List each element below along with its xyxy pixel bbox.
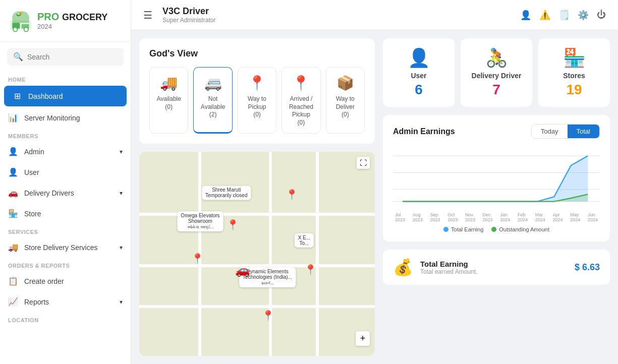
logo-icon — [8, 8, 33, 33]
road-h2 — [139, 264, 375, 267]
map-container[interactable]: Shree MarutiTemporarily closed 📍 📍 Omega… — [139, 152, 375, 356]
section-home: HOME — [0, 72, 131, 85]
stores-stat-icon: 🏪 — [563, 47, 586, 69]
legend-total-label: Total Earning — [451, 226, 483, 232]
chevron-down-icon: ▾ — [120, 244, 123, 251]
sidebar-item-label: Server Monitoring — [24, 114, 80, 122]
user-icon: 👤 — [8, 167, 18, 177]
user-stat-icon: 👤 — [408, 47, 430, 69]
svg-point-4 — [24, 27, 28, 31]
arrived-count: (0) — [298, 119, 305, 126]
map-label-5: X E...To... — [295, 233, 314, 248]
zoom-in-button[interactable]: + — [356, 331, 370, 346]
road-v2 — [269, 152, 272, 356]
map-pin-1: Shree MarutiTemporarily closed 📍 — [227, 203, 239, 231]
sidebar-item-delivery-drivers[interactable]: 🚗 Delivery Drivers ▾ — [0, 183, 131, 203]
map-background: Shree MarutiTemporarily closed 📍 📍 Omega… — [139, 152, 375, 356]
logo: PRO GROCERY 2024 — [0, 0, 131, 42]
map-pin-5: X E...To... 📍 — [304, 250, 317, 276]
sidebar-item-create-order[interactable]: 📋 Create order — [0, 271, 131, 291]
user-stat-value: 6 — [415, 82, 423, 98]
stats-row: 👤 User 6 🚴 Delivery Driver 7 🏪 Stores 19 — [383, 38, 610, 107]
sidebar-item-label: Dashboard — [28, 92, 63, 100]
gods-view-way-to-pickup[interactable]: 📍 Way to Pickup (0) — [238, 67, 276, 134]
earnings-card: Admin Earnings Today Total — [383, 115, 610, 241]
server-monitoring-icon: 📊 — [8, 113, 18, 123]
earnings-tabs: Today Total — [531, 124, 600, 139]
logo-name: PRO GROCERY — [37, 11, 107, 23]
map-pin-4: Dynamic ElementsTechnologies (India)...ડ… — [262, 290, 274, 322]
earning-icon: 💰 — [393, 258, 413, 277]
earning-subtitle: Total earned Amount. — [420, 268, 568, 275]
not-available-count: (2) — [209, 111, 217, 118]
total-earning-card: 💰 Total Earning Total earned Amount. $ 6… — [383, 250, 610, 285]
legend-outstanding-label: Outstanding Amount — [499, 226, 549, 232]
driver-stat-icon: 🚴 — [485, 47, 508, 69]
tab-today[interactable]: Today — [532, 125, 568, 138]
way-to-pickup-label: Way to Pickup — [242, 95, 272, 111]
reports-icon: 📈 — [8, 297, 18, 307]
sidebar-item-dashboard[interactable]: ⊞ Dashboard — [4, 86, 127, 106]
main: ☰ V3C Driver Super Administrator 👤 ⚠️ 🗒️… — [131, 0, 618, 364]
search-icon: 🔍 — [13, 52, 23, 62]
menu-icon[interactable]: ☰ — [143, 9, 152, 21]
sidebar-item-reports[interactable]: 📈 Reports ▾ — [0, 291, 131, 312]
search-box[interactable]: 🔍 — [7, 48, 124, 66]
dashboard-icon: ⊞ — [12, 91, 22, 101]
page-subtitle: Super Administrator — [162, 17, 514, 24]
legend-total-dot — [443, 227, 448, 232]
road-h1 — [139, 213, 375, 216]
legend-outstanding: Outstanding Amount — [491, 226, 549, 232]
stat-stores: 🏪 Stores 19 — [538, 38, 610, 107]
gods-view-way-to-deliver[interactable]: 📦 Way to Deliver (0) — [326, 67, 365, 134]
earnings-header: Admin Earnings Today Total — [393, 124, 600, 139]
gods-view-title: God's View — [149, 48, 365, 59]
not-available-label: Not Available — [198, 95, 228, 111]
logo-year: 2024 — [37, 23, 107, 30]
chevron-down-icon: ▾ — [120, 148, 123, 155]
sidebar-item-user[interactable]: 👤 User — [0, 162, 131, 183]
content-area: God's View 🚚 Available (0) 🚐 Not Availab… — [131, 30, 618, 364]
sidebar-item-store-delivery[interactable]: 🚚 Store Delivery Services ▾ — [0, 237, 131, 258]
way-to-deliver-icon: 📦 — [336, 75, 354, 91]
legend-outstanding-dot — [491, 227, 496, 232]
admin-icon: 👤 — [8, 147, 18, 156]
sidebar-item-label: Create order — [24, 277, 64, 285]
power-icon[interactable]: ⏻ — [597, 10, 606, 20]
arrived-label: Arrived / Reached Pickup — [286, 95, 316, 119]
alert-icon[interactable]: ⚠️ — [539, 10, 550, 21]
map-pin-2: 📍 — [286, 189, 298, 201]
gods-view-arrived[interactable]: 📍 Arrived / Reached Pickup (0) — [282, 67, 320, 134]
map-label-1: Shree MarutiTemporarily closed — [202, 186, 251, 200]
way-to-pickup-icon: 📍 — [248, 75, 266, 91]
profile-icon[interactable]: 👤 — [520, 10, 531, 21]
available-label: Available — [156, 95, 181, 103]
sidebar-item-admin[interactable]: 👤 Admin ▾ — [0, 141, 131, 162]
logo-text: PRO GROCERY 2024 — [37, 11, 107, 30]
legend-total: Total Earning — [443, 226, 483, 232]
left-panel: God's View 🚚 Available (0) 🚐 Not Availab… — [139, 38, 375, 356]
fullscreen-button[interactable]: ⛶ — [357, 157, 370, 169]
available-icon: 🚚 — [160, 75, 178, 91]
tab-total[interactable]: Total — [568, 125, 599, 138]
topbar: ☰ V3C Driver Super Administrator 👤 ⚠️ 🗒️… — [131, 0, 618, 30]
settings-icon[interactable]: ⚙️ — [578, 10, 589, 21]
delivery-icon: 🚚 — [8, 242, 18, 252]
chevron-down-icon: ▾ — [120, 298, 123, 306]
user-stat-label: User — [411, 72, 426, 80]
stat-driver: 🚴 Delivery Driver 7 — [461, 38, 532, 107]
gods-view-not-available[interactable]: 🚐 Not Available (2) — [193, 67, 232, 134]
sidebar-item-label: Store — [24, 210, 41, 218]
gods-view-available[interactable]: 🚚 Available (0) — [149, 67, 188, 134]
sidebar-item-store[interactable]: 🏪 Store — [0, 203, 131, 224]
notes-icon[interactable]: 🗒️ — [558, 10, 570, 21]
sidebar-item-server-monitoring[interactable]: 📊 Server Monitoring — [0, 107, 131, 128]
sidebar-item-label: Admin — [24, 148, 44, 156]
way-to-pickup-count: (0) — [253, 111, 261, 118]
way-to-deliver-label: Way to Deliver — [330, 95, 360, 111]
gods-view-card: God's View 🚚 Available (0) 🚐 Not Availab… — [139, 38, 375, 144]
chart-total-area — [403, 156, 588, 202]
map-label-3: Omega ElevatorsShowroomઓમેગા અલ્ઈ... — [177, 211, 223, 231]
search-input[interactable] — [27, 53, 118, 61]
gods-view-grid: 🚚 Available (0) 🚐 Not Available (2) 📍 Wa… — [149, 67, 365, 134]
